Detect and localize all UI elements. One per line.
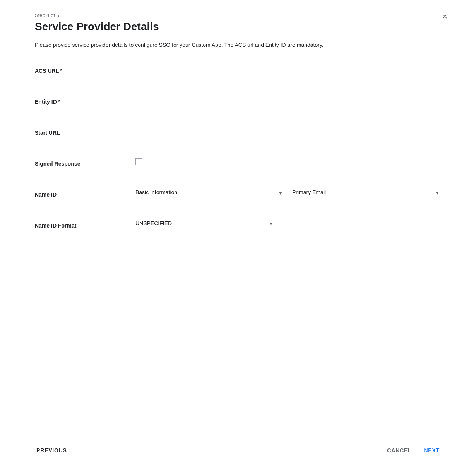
start-url-label: Start URL (35, 125, 135, 136)
name-id-label: Name ID (35, 187, 135, 198)
footer-right: CANCEL NEXT (385, 444, 441, 457)
close-icon: × (442, 12, 447, 21)
basic-info-select[interactable]: Basic Information (135, 187, 284, 198)
form-body: ACS URL * Entity ID * Start URL Signed R… (35, 63, 441, 433)
name-id-control: Basic Information ▼ Primary Email ▼ (135, 187, 441, 200)
acs-url-input[interactable] (135, 63, 441, 75)
primary-email-select[interactable]: Primary Email (292, 187, 441, 198)
primary-email-select-wrapper: Primary Email ▼ (292, 187, 441, 200)
entity-id-control (135, 94, 441, 106)
entity-id-input[interactable] (135, 94, 441, 106)
entity-id-label: Entity ID * (35, 94, 135, 105)
start-url-control (135, 125, 441, 137)
name-id-row: Name ID Basic Information ▼ Primary Emai… (35, 187, 441, 207)
footer-left: PREVIOUS (35, 444, 68, 457)
signed-response-checkbox[interactable] (135, 158, 142, 165)
next-button[interactable]: NEXT (422, 444, 441, 457)
dialog-container: × Step 4 of 5 Service Provider Details P… (19, 0, 457, 469)
signed-response-control (135, 156, 441, 165)
start-url-input[interactable] (135, 125, 441, 137)
name-id-format-row: Name ID Format UNSPECIFIED EMAIL PERSIST… (35, 218, 441, 238)
acs-url-control (135, 63, 441, 75)
start-url-row: Start URL (35, 125, 441, 145)
acs-url-row: ACS URL * (35, 63, 441, 83)
basic-info-select-wrapper: Basic Information ▼ (135, 187, 284, 200)
signed-response-checkbox-area (135, 156, 441, 165)
signed-response-row: Signed Response (35, 156, 441, 176)
previous-button[interactable]: PREVIOUS (35, 444, 68, 457)
close-button[interactable]: × (441, 11, 449, 22)
entity-id-row: Entity ID * (35, 94, 441, 114)
dialog-footer: PREVIOUS CANCEL NEXT (35, 433, 441, 469)
name-id-format-select-wrapper: UNSPECIFIED EMAIL PERSISTENT TRANSIENT ▼ (135, 218, 275, 231)
acs-url-label: ACS URL * (35, 63, 135, 74)
dialog-description: Please provide service provider details … (35, 41, 406, 49)
cancel-button[interactable]: CANCEL (385, 444, 413, 457)
name-id-format-select[interactable]: UNSPECIFIED EMAIL PERSISTENT TRANSIENT (135, 218, 275, 229)
name-id-format-label: Name ID Format (35, 218, 135, 229)
dialog-title: Service Provider Details (35, 21, 441, 33)
step-label: Step 4 of 5 (35, 12, 441, 18)
name-id-format-control: UNSPECIFIED EMAIL PERSISTENT TRANSIENT ▼ (135, 218, 275, 231)
signed-response-label: Signed Response (35, 156, 135, 167)
